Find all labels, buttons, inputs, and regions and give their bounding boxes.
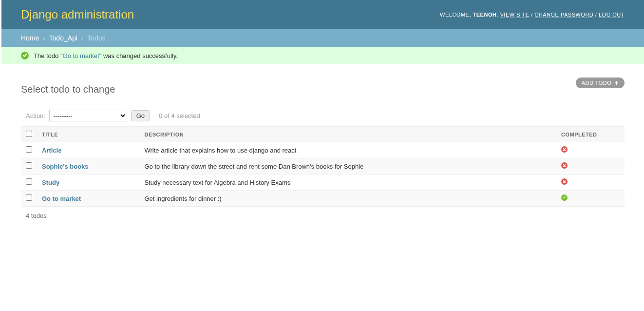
row-checkbox[interactable] (26, 146, 32, 153)
row-checkbox[interactable] (26, 162, 32, 169)
user-tools: WELCOME, TEENOH. VIEW SITE / CHANGE PASS… (440, 12, 625, 18)
actions-bar: Action: --------- Go 0 of 4 selected (21, 105, 625, 126)
row-checkbox[interactable] (26, 194, 32, 201)
row-completed (556, 175, 625, 191)
add-todo-label: ADD TODO (582, 80, 612, 86)
col-title[interactable]: Title (37, 127, 139, 142)
results-table: Title Description Completed ArticleWrite… (21, 126, 625, 207)
branding: Django administration (21, 8, 134, 21)
logout-link[interactable]: LOG OUT (599, 12, 625, 18)
breadcrumb-sep: › (43, 34, 45, 42)
table-row: ArticleWrite article that explains how t… (21, 142, 625, 158)
breadcrumb-sep: › (81, 34, 84, 42)
row-title-link[interactable]: Article (42, 147, 61, 154)
success-icon (21, 52, 29, 59)
select-all-checkbox[interactable] (26, 131, 32, 137)
table-row: Go to marketGet ingredients for dinner :… (21, 191, 625, 207)
no-icon (561, 178, 568, 185)
row-completed (556, 191, 625, 207)
row-title-link[interactable]: Sophie's books (42, 163, 89, 170)
selection-counter: 0 of 4 selected (159, 112, 200, 119)
page-title: Select todo to change (21, 84, 625, 95)
breadcrumb-home[interactable]: Home (21, 34, 39, 42)
add-todo-button[interactable]: ADD TODO + (576, 78, 625, 88)
action-label: Action: (26, 112, 45, 119)
action-select[interactable]: --------- (49, 110, 127, 121)
message-prefix: The todo " (34, 52, 63, 59)
paginator: 4 todos (21, 207, 625, 224)
row-completed (556, 142, 625, 158)
go-button[interactable]: Go (131, 110, 150, 121)
success-message: The todo "Go to market" was changed succ… (1, 47, 644, 64)
row-title-link[interactable]: Study (42, 179, 59, 186)
view-site-link[interactable]: VIEW SITE (500, 12, 530, 18)
table-row: Sophie's booksGo to the library down the… (21, 158, 625, 175)
row-description: Go to the library down the street and re… (139, 158, 556, 175)
yes-icon (561, 194, 568, 201)
col-completed[interactable]: Completed (556, 127, 625, 142)
breadcrumb: Home › Todo_Api › Todos (1, 29, 644, 47)
welcome-text: WELCOME, (440, 12, 471, 18)
breadcrumb-current: Todos (87, 34, 105, 42)
message-object-link[interactable]: Go to market (63, 52, 99, 59)
site-title-link[interactable]: Django administration (21, 8, 134, 21)
no-icon (561, 162, 568, 169)
table-row: StudyStudy necessary text for Algebra an… (21, 175, 625, 191)
row-description: Write article that explains how to use d… (139, 142, 556, 158)
row-description: Study necessary text for Algebra and His… (139, 175, 556, 191)
username: TEENOH (473, 12, 497, 18)
breadcrumb-app[interactable]: Todo_Api (49, 34, 77, 42)
row-completed (556, 158, 625, 175)
row-description: Get ingredients for dinner :) (139, 191, 556, 207)
col-description[interactable]: Description (139, 127, 556, 142)
plus-icon: + (614, 79, 619, 86)
row-title-link[interactable]: Go to market (42, 195, 81, 202)
message-suffix: " was changed successfully. (99, 52, 178, 59)
change-password-link[interactable]: CHANGE PASSWORD (534, 12, 593, 18)
header: Django administration WELCOME, TEENOH. V… (1, 0, 644, 29)
row-checkbox[interactable] (26, 178, 32, 185)
no-icon (561, 146, 568, 153)
